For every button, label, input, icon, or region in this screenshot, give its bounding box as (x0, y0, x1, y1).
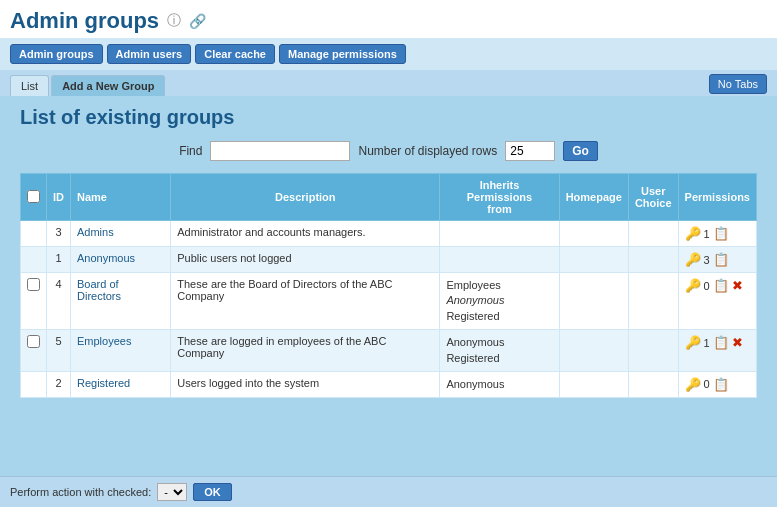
page-header: Admin groups ⓘ 🔗 (0, 0, 777, 38)
row-id: 4 (47, 273, 71, 330)
group-name-link[interactable]: Employees (77, 335, 131, 347)
table-row: 2RegisteredUsers logged into the systemA… (21, 371, 757, 397)
key-icon[interactable]: 🔑 (685, 226, 701, 241)
groups-table: ID Name Description Inherits Permissions… (20, 173, 757, 398)
edit-icon[interactable]: 📋 (713, 278, 729, 293)
group-name-link[interactable]: Anonymous (77, 252, 135, 264)
row-name: Registered (71, 371, 171, 397)
select-all-checkbox[interactable] (27, 190, 40, 203)
row-permissions: 🔑0📋✖ (678, 273, 756, 330)
help-icon[interactable]: ⓘ (167, 12, 181, 30)
action-label: Perform action with checked: (10, 486, 151, 498)
row-name: Board of Directors (71, 273, 171, 330)
row-homepage (559, 273, 628, 330)
row-id: 5 (47, 330, 71, 372)
row-checkbox[interactable] (27, 335, 40, 348)
col-description: Description (171, 174, 440, 221)
ok-button[interactable]: OK (193, 483, 232, 501)
row-user-choice (628, 273, 678, 330)
nav-bar: Admin groups Admin users Clear cache Man… (0, 38, 777, 70)
key-icon[interactable]: 🔑 (685, 252, 701, 267)
tab-list[interactable]: List (10, 75, 49, 96)
tab-add-new-group[interactable]: Add a New Group (51, 75, 165, 96)
edit-icon[interactable]: 📋 (713, 226, 729, 241)
col-user-choice: UserChoice (628, 174, 678, 221)
rows-input[interactable] (505, 141, 555, 161)
table-row: 3AdminsAdministrator and accounts manage… (21, 221, 757, 247)
table-header-row: ID Name Description Inherits Permissions… (21, 174, 757, 221)
row-checkbox-cell (21, 371, 47, 397)
row-inherits (440, 221, 559, 247)
row-checkbox-cell (21, 221, 47, 247)
edit-icon[interactable]: 📋 (713, 335, 729, 350)
row-name: Anonymous (71, 247, 171, 273)
table-row: 1AnonymousPublic users not logged🔑3📋 (21, 247, 757, 273)
row-checkbox[interactable] (27, 278, 40, 291)
row-name: Admins (71, 221, 171, 247)
row-permissions: 🔑1📋 (678, 221, 756, 247)
row-id: 3 (47, 221, 71, 247)
row-actions: 🔑1📋 (685, 226, 750, 241)
row-homepage (559, 247, 628, 273)
find-label: Find (179, 144, 202, 158)
main-content: List of existing groups Find Number of d… (0, 96, 777, 476)
row-description: Public users not logged (171, 247, 440, 273)
table-body: 3AdminsAdministrator and accounts manage… (21, 221, 757, 398)
table-row: 4Board of DirectorsThese are the Board o… (21, 273, 757, 330)
edit-icon[interactable]: 🔗 (189, 13, 206, 29)
row-actions: 🔑3📋 (685, 252, 750, 267)
col-permissions: Permissions (678, 174, 756, 221)
row-description: These are logged in employees of the ABC… (171, 330, 440, 372)
tabs-row: List Add a New Group No Tabs (0, 70, 777, 96)
table-row: 5EmployeesThese are logged in employees … (21, 330, 757, 372)
row-id: 2 (47, 371, 71, 397)
group-name-link[interactable]: Admins (77, 226, 114, 238)
nav-admin-users[interactable]: Admin users (107, 44, 192, 64)
row-checkbox-cell (21, 273, 47, 330)
row-user-choice (628, 247, 678, 273)
action-select[interactable]: - (157, 483, 187, 501)
col-homepage: Homepage (559, 174, 628, 221)
perm-count: 0 (704, 378, 710, 390)
row-homepage (559, 221, 628, 247)
find-input[interactable] (210, 141, 350, 161)
tabs-left: List Add a New Group (10, 75, 165, 96)
row-homepage (559, 371, 628, 397)
key-icon[interactable]: 🔑 (685, 278, 701, 293)
perm-count: 1 (704, 228, 710, 240)
row-permissions: 🔑0📋 (678, 371, 756, 397)
perm-count: 0 (704, 280, 710, 292)
group-name-link[interactable]: Board of Directors (77, 278, 121, 302)
section-title: List of existing groups (20, 106, 757, 129)
edit-icon[interactable]: 📋 (713, 252, 729, 267)
go-button[interactable]: Go (563, 141, 598, 161)
edit-icon[interactable]: 📋 (713, 377, 729, 392)
key-icon[interactable]: 🔑 (685, 335, 701, 350)
row-inherits: EmployeesAnonymousRegistered (440, 273, 559, 330)
perm-count: 3 (704, 254, 710, 266)
delete-icon[interactable]: ✖ (732, 278, 743, 293)
nav-clear-cache[interactable]: Clear cache (195, 44, 275, 64)
col-inherits: Inherits Permissionsfrom (440, 174, 559, 221)
row-id: 1 (47, 247, 71, 273)
row-checkbox-cell (21, 247, 47, 273)
row-permissions: 🔑1📋✖ (678, 330, 756, 372)
key-icon[interactable]: 🔑 (685, 377, 701, 392)
delete-icon[interactable]: ✖ (732, 335, 743, 350)
row-actions: 🔑0📋✖ (685, 278, 750, 293)
no-tabs-button[interactable]: No Tabs (709, 74, 767, 94)
row-description: Users logged into the system (171, 371, 440, 397)
nav-manage-permissions[interactable]: Manage permissions (279, 44, 406, 64)
find-row: Find Number of displayed rows Go (20, 141, 757, 161)
row-name: Employees (71, 330, 171, 372)
nav-admin-groups[interactable]: Admin groups (10, 44, 103, 64)
row-inherits (440, 247, 559, 273)
row-actions: 🔑0📋 (685, 377, 750, 392)
col-checkbox (21, 174, 47, 221)
group-name-link[interactable]: Registered (77, 377, 130, 389)
col-id: ID (47, 174, 71, 221)
row-user-choice (628, 221, 678, 247)
page-title: Admin groups (10, 8, 159, 34)
row-inherits: Anonymous (440, 371, 559, 397)
row-checkbox-cell (21, 330, 47, 372)
